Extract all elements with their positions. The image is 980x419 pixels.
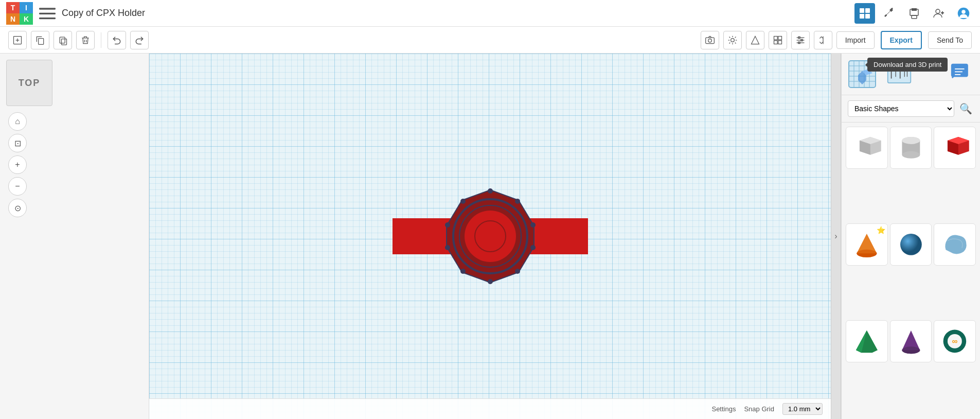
logo-t: T <box>6 2 20 13</box>
svg-rect-2 <box>39 18 56 19</box>
svg-rect-9 <box>912 8 917 11</box>
svg-point-82 <box>902 346 920 354</box>
zoom-out-button[interactable]: − <box>8 177 27 196</box>
home-view-button[interactable]: ⌂ <box>8 112 27 131</box>
snap-grid-label: Snap Grid <box>744 405 774 413</box>
snap-grid-select[interactable]: 1.0 mm 0.5 mm 0.1 mm 2.0 mm <box>782 403 823 415</box>
send-to-button[interactable]: Send To <box>928 31 972 49</box>
svg-point-28 <box>488 188 493 194</box>
canvas-area[interactable]: Settings Snap Grid 1.0 mm 0.5 mm 0.1 mm … <box>149 54 831 419</box>
toolbar: Import Export Send To <box>0 27 980 54</box>
tools-button[interactable] <box>879 3 900 24</box>
svg-rect-4 <box>865 8 870 13</box>
model-container <box>393 159 588 313</box>
svg-point-68 <box>902 151 920 159</box>
print-button[interactable] <box>904 3 924 24</box>
redo-button[interactable] <box>130 31 149 49</box>
svg-point-32 <box>515 269 520 274</box>
svg-point-12 <box>961 10 966 14</box>
svg-rect-15 <box>60 37 65 43</box>
svg-point-37 <box>460 199 466 204</box>
align-button[interactable] <box>791 31 810 49</box>
svg-point-31 <box>530 245 536 250</box>
shape-item-cone-purple[interactable] <box>890 320 932 362</box>
svg-point-18 <box>708 39 712 42</box>
svg-rect-1 <box>39 12 56 14</box>
svg-rect-5 <box>860 14 864 19</box>
svg-point-35 <box>445 245 450 250</box>
grid-view-button[interactable] <box>854 3 875 24</box>
svg-rect-21 <box>778 36 782 40</box>
svg-rect-14 <box>39 38 44 44</box>
collapse-handle[interactable]: › <box>831 54 841 419</box>
logo-n: N <box>6 13 20 25</box>
left-panel: TOP ⌂ ⊡ + − ⊙ <box>0 54 149 419</box>
shapes-grid: ⭐ <box>842 123 980 419</box>
shape-item-sphere[interactable] <box>890 223 932 266</box>
undo-button[interactable] <box>108 31 126 49</box>
import-button[interactable]: Import <box>836 31 875 49</box>
shape-selector: Basic Shapes Letters Text Connectors Geo… <box>842 95 980 123</box>
svg-rect-16 <box>62 39 67 45</box>
menu-button[interactable] <box>39 5 56 22</box>
search-shapes-button[interactable]: 🔍 <box>957 100 974 117</box>
shape-item-box[interactable] <box>846 127 888 169</box>
light-button[interactable] <box>723 31 742 49</box>
delete-button[interactable] <box>76 31 95 49</box>
main-content: TOP ⌂ ⊡ + − ⊙ <box>0 54 980 419</box>
shape-category-select[interactable]: Basic Shapes Letters Text Connectors Geo… <box>848 100 954 117</box>
view-cube[interactable]: TOP <box>6 60 52 106</box>
logo-i: I <box>20 2 33 13</box>
shape-item-cone-orange[interactable]: ⭐ <box>846 223 888 266</box>
svg-text:∞: ∞ <box>952 337 958 345</box>
svg-point-34 <box>460 269 466 274</box>
zoom-in-button[interactable]: + <box>8 155 27 174</box>
svg-rect-20 <box>774 36 777 40</box>
shape-tool-button[interactable] <box>746 31 764 49</box>
svg-point-76 <box>900 234 922 255</box>
chat-button[interactable] <box>949 62 974 86</box>
project-title: Copy of CPX Holder <box>62 8 848 19</box>
new-button[interactable] <box>8 31 27 49</box>
download-tooltip: Download and 3D print <box>867 58 948 72</box>
svg-rect-3 <box>860 8 864 13</box>
medallion <box>439 185 542 288</box>
copy-button[interactable] <box>31 31 49 49</box>
top-bar: T I N K Copy of CPX Holder <box>0 0 980 27</box>
duplicate-button[interactable] <box>54 31 72 49</box>
tinkercad-logo[interactable]: T I N K <box>6 2 33 25</box>
svg-point-29 <box>515 199 520 204</box>
svg-rect-17 <box>706 38 715 44</box>
top-right-controls <box>854 3 974 24</box>
svg-rect-6 <box>865 14 870 19</box>
shape-item-rock[interactable] <box>934 223 976 266</box>
perspective-button[interactable]: ⊙ <box>8 199 27 217</box>
svg-point-41 <box>475 221 506 252</box>
canvas-bottom: Settings Snap Grid 1.0 mm 0.5 mm 0.1 mm … <box>149 398 831 419</box>
svg-rect-23 <box>778 40 782 44</box>
svg-point-10 <box>936 9 940 13</box>
user-avatar-button[interactable] <box>953 3 974 24</box>
right-panel: Download and 3D print <box>841 54 980 419</box>
toolbar-actions: Import Export Send To <box>836 31 972 49</box>
export-button[interactable]: Export <box>881 31 922 49</box>
shape-item-torus[interactable]: ∞ <box>934 320 976 362</box>
fit-view-button[interactable]: ⊡ <box>8 134 27 152</box>
shape-item-red-box[interactable] <box>934 127 976 169</box>
shape-item-pyramid[interactable] <box>846 320 888 362</box>
svg-point-19 <box>731 38 735 42</box>
shape-item-cylinder[interactable] <box>890 127 932 169</box>
add-user-button[interactable] <box>929 3 949 24</box>
settings-label[interactable]: Settings <box>711 405 736 413</box>
svg-point-30 <box>530 222 536 228</box>
svg-point-36 <box>445 222 450 228</box>
camera-button[interactable] <box>701 31 719 49</box>
group-button[interactable] <box>769 31 787 49</box>
flip-button[interactable] <box>814 31 832 49</box>
star-badge: ⭐ <box>877 226 885 234</box>
svg-point-33 <box>488 279 493 284</box>
view-controls: ⌂ ⊡ + − ⊙ <box>8 112 27 217</box>
svg-rect-0 <box>39 8 56 9</box>
svg-point-69 <box>902 137 920 144</box>
logo-k: K <box>20 13 33 25</box>
